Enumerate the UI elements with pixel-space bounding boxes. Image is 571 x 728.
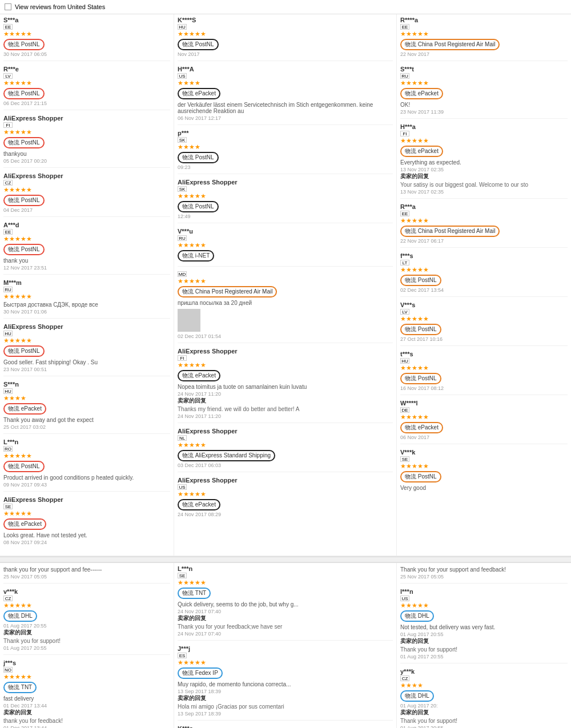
flag-icon: DE [400,407,409,413]
star-rating: ★★★★★ [3,602,170,609]
star-rating: ★★★★★ [178,277,393,285]
review-block: AliExpress Shopper FI ★★★★★ 物流 ePacket N… [178,348,393,423]
shipping-badge: 物流 TNT [178,588,211,599]
review-block: AliExpress Shopper NL ★★★★★ 物流 AliExpres… [178,428,393,472]
flag-icon: EE [400,24,409,30]
review-date: 24 Nov 2017 07:40 [178,609,393,614]
review-block: A***d EE ★★★★★ 物流 PostNL thank you 12 No… [3,222,170,275]
star-rating: ★★★★★ [3,293,170,300]
review-block: K***s ES ★★★★★ 物流 DHL Llego en menos de … [178,725,393,728]
reviewer-country: SE [400,456,568,462]
review-block: y***k CZ ★★★★ 物流 DHL 01 Aug 2017 20: 卖家的… [400,668,568,728]
review-text: thank you for your support and fee------ [3,566,170,573]
mid-column: K****S HU ★★★★★ 物流 PostNL Nov 2017 H***A… [174,14,397,556]
us-reviews-checkbox[interactable] [5,3,11,10]
star-rating: ★★★★ [3,395,170,402]
review-date: 01 Aug 2017 20:55 [400,632,568,637]
shipping-badge: 物流 PostNL [400,275,441,286]
review-date: 09 Nov 2017 09:43 [3,482,170,488]
reviewer-name: A***d [3,222,170,228]
star-rating: ★★★★★ [400,30,568,38]
star-rating: ★★★★★ [3,510,170,517]
star-rating: ★★★★★ [178,579,393,586]
review-date: 30 Nov 2017 01:06 [3,309,170,315]
star-rating: ★★★★★ [178,30,393,38]
review-date: 25 Oct 2017 03:02 [3,424,170,430]
review-block: AliExpress Shopper US ★★★★★ 物流 ePacket 2… [178,477,393,521]
review-text: Thank you for your support and feedback! [400,566,568,573]
bottom-mid-column: L***n SE ★★★★★ 物流 TNT Quick delivery, se… [174,563,397,728]
reviewer-country: RO [3,446,170,452]
review-date: 13 Sep 2017 18:39 [178,689,393,694]
view-reviews-label: View reviews from United States [15,3,105,10]
flag-icon: FI [3,122,13,128]
flag-icon: HU [3,388,13,394]
review-text: Everything as expected. [400,159,568,166]
seller-reply-label: 卖家的回复 [178,694,393,702]
review-date: 08 Nov 2017 09:24 [3,540,170,545]
reviewer-country: ES [178,653,393,658]
review-block: l***n US ★★★★★ 物流 DHL Not tested, but de… [400,588,568,663]
shipping-badge: 物流 PostNL [400,373,441,384]
reviewer-country: LV [3,73,170,79]
reviewer-country: RU [3,287,170,292]
seller-reply-label: 卖家的回复 [178,397,393,405]
reviewer-country: SK [178,186,393,192]
reviewer-country: SK [178,137,393,143]
reviewer-name: j***s [3,659,170,666]
seller-reply: Your satisy is our biggest goal. Welcome… [400,182,568,188]
seller-reply: Thanks my friend. we will do better and … [178,406,393,412]
shipping-badge: 物流 PostNL [3,88,45,99]
seller-reply: Thank you for support! [400,718,568,724]
reviewer-country: RU [400,73,568,79]
reviewer-name: H***A [178,66,393,73]
star-rating: ★★★★ [178,143,393,151]
reviewer-name: f***s [400,252,568,259]
review-block: t***s HU ★★★★★ 物流 PostNL 16 Nov 2017 08:… [400,351,568,395]
reviewer-name: S***t [400,66,568,73]
shipping-badge: 物流 ePacket [400,146,443,157]
review-text: Product arrived in good conditions p hea… [3,474,170,481]
seller-reply-date: 13 Nov 2017 02:35 [400,189,568,195]
review-block: R****a EE ★★★★★ 物流 China Post Registered… [400,17,568,61]
star-rating: ★★★★★ [3,30,170,38]
review-block: H***A US ★★★★ 物流 ePacket der Verkäufer l… [178,66,393,125]
shipping-badge: 物流 AliExpress Standard Shipping [178,450,275,461]
flag-icon: US [178,484,187,490]
seller-reply-label: 卖家的回复 [3,709,170,717]
bottom-reviews-section: thank you for your support and fee------… [0,563,571,728]
review-block: L***n SE ★★★★★ 物流 TNT Quick delivery, se… [178,565,393,641]
star-rating: ★★★★★ [178,490,393,498]
flag-icon: MD [178,271,187,277]
star-rating: ★★★★★ [3,235,170,243]
shipping-badge: 物流 PostNL [3,195,45,206]
reviewer-name: S***n [3,381,170,388]
seller-reply-label: 卖家的回复 [3,629,170,637]
reviewer-country: HU [178,24,393,30]
review-text: Быстрая доставка СДЭК, вроде все [3,301,170,308]
review-text: Nopea toimitus ja tuote on samanlainen k… [178,384,393,390]
reviewer-name: M***m [3,279,170,286]
seller-reply: Hola mi amigo ¡Gracias por sus comentari [178,703,393,710]
page: { "header": { "checkbox_label": "View re… [0,0,571,728]
shipping-badge: 物流 ePacket [178,499,220,510]
flag-icon: CZ [400,675,409,681]
reviewer-name: V***u [178,228,393,235]
flag-icon: EE [3,24,13,30]
reviewer-name: AliExpress Shopper [178,477,393,484]
shipping-badge: 物流 ePacket [3,403,46,415]
review-block: j***s NO ★★★★★ 物流 TNT fast delivery 01 D… [3,659,170,728]
review-block: v***k CZ ★★★★★ 物流 DHL 01 Aug 2017 20:55 … [3,588,170,655]
shipping-badge: 物流 PostNL [3,461,45,472]
view-reviews-bar: View reviews from United States [0,0,571,14]
flag-icon: RU [3,287,13,292]
reviewer-country: HU [3,331,170,336]
reviewer-country: CZ [3,596,170,601]
star-rating: ★★★★★ [400,364,568,372]
reviewer-country: US [178,484,393,490]
review-date: 01 Aug 2017 20:55 [3,623,170,629]
reviewer-country: US [400,596,568,601]
review-date: 06 Dec 2017 21:15 [3,100,170,106]
review-date: 12 Nov 2017 23:51 [3,265,170,271]
star-rating: ★★★★★ [400,79,568,87]
